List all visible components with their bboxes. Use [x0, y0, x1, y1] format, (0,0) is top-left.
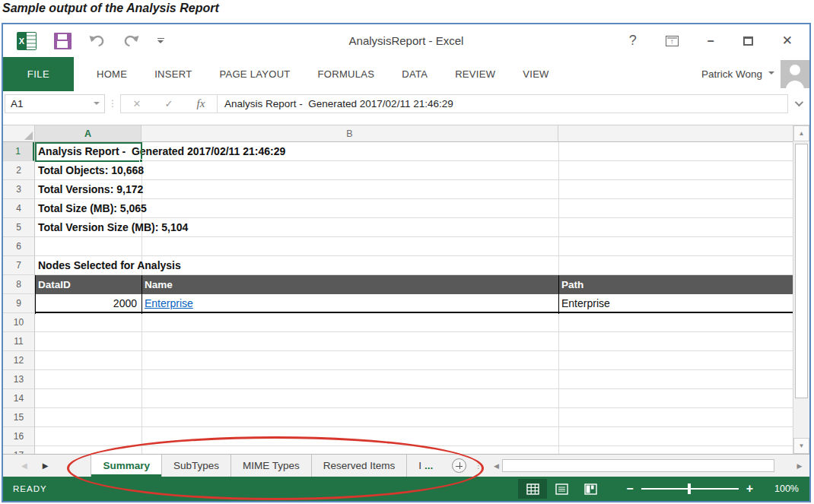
- row-header-16[interactable]: 16: [3, 427, 34, 446]
- tab-insert[interactable]: INSERT: [141, 57, 205, 91]
- ribbon-display-options-icon[interactable]: ↑: [666, 36, 679, 46]
- scroll-down-icon[interactable]: ▼: [793, 438, 809, 454]
- horizontal-scrollbar[interactable]: ◀ ▶: [490, 458, 806, 473]
- row-header-7[interactable]: 7: [3, 256, 34, 275]
- save-icon[interactable]: [54, 33, 72, 49]
- page-caption: Sample output of the Analysis Report: [2, 2, 219, 15]
- column-headers: A B: [3, 125, 809, 142]
- excel-logo-icon[interactable]: X: [17, 32, 37, 50]
- tab-file[interactable]: FILE: [3, 57, 74, 91]
- select-all-corner[interactable]: [3, 125, 35, 141]
- scroll-left-icon[interactable]: ◀: [490, 462, 502, 470]
- cell-a3[interactable]: Total Versions: 9,172: [38, 180, 143, 199]
- cancel-icon[interactable]: ✕: [133, 98, 141, 109]
- formula-input[interactable]: Analysis Report - Generated 2017/02/11 2…: [218, 94, 788, 113]
- cell-a7[interactable]: Nodes Selected for Analysis: [38, 256, 181, 275]
- tab-subtypes[interactable]: SubTypes: [162, 455, 231, 477]
- name-box[interactable]: A1: [5, 94, 105, 113]
- tab-bar-divider: ⋮: [474, 461, 482, 471]
- row-header-17[interactable]: 17: [3, 446, 34, 454]
- vertical-scrollbar[interactable]: ▲ ▼: [793, 125, 809, 454]
- expand-formula-bar-icon[interactable]: [788, 100, 808, 106]
- vertical-scrollbar-thumb[interactable]: [795, 144, 808, 398]
- column-header-a[interactable]: A: [35, 125, 141, 141]
- tab-summary[interactable]: Summary: [91, 455, 162, 477]
- row-header-4[interactable]: 4: [3, 199, 34, 218]
- cell-a2[interactable]: Total Objects: 10,668: [38, 161, 144, 180]
- status-bar-right: − + 100%: [518, 479, 809, 499]
- row-header-8[interactable]: 8: [3, 275, 34, 294]
- formula-bar-divider: ⋮: [105, 98, 120, 109]
- close-button[interactable]: ✕: [782, 33, 793, 49]
- zoom-level[interactable]: 100%: [770, 483, 799, 494]
- title-bar: X AnalysisReport - Excel ? ↑: [3, 24, 809, 57]
- formula-bar-gap: [3, 116, 809, 125]
- row-header-1[interactable]: 1: [3, 142, 34, 161]
- account-area[interactable]: Patrick Wong: [701, 60, 809, 88]
- cells-area[interactable]: 1234567891011121314151617 Analysis Repor…: [3, 142, 793, 454]
- cell-name-link[interactable]: Enterprise: [145, 294, 193, 312]
- horizontal-scrollbar-thumb[interactable]: [502, 459, 774, 472]
- customize-qat-icon[interactable]: [157, 38, 164, 43]
- tab-truncated[interactable]: I ...: [406, 455, 444, 477]
- row-header-2[interactable]: 2: [3, 161, 34, 180]
- scroll-right-icon[interactable]: ▶: [793, 462, 806, 470]
- column-header-b[interactable]: B: [141, 125, 558, 141]
- cell-a4[interactable]: Total Size (MB): 5,065: [38, 199, 147, 218]
- row-header-6[interactable]: 6: [3, 237, 34, 256]
- cell-a5[interactable]: Total Version Size (MB): 5,104: [38, 218, 188, 237]
- tab-formulas[interactable]: FORMULAS: [304, 57, 389, 91]
- next-sheet-icon[interactable]: ▶: [43, 461, 49, 470]
- insert-function-icon[interactable]: fx: [197, 97, 205, 110]
- row-header-5[interactable]: 5: [3, 218, 34, 237]
- zoom-out-button[interactable]: −: [618, 482, 641, 496]
- cell-path[interactable]: Enterprise: [561, 294, 610, 312]
- sheet-tabs: Summary SubTypes MIME Types Reserved Ite…: [91, 455, 444, 477]
- tab-view[interactable]: VIEW: [509, 57, 562, 91]
- scroll-up-icon[interactable]: ▲: [793, 125, 809, 141]
- column-header-c[interactable]: [558, 125, 794, 141]
- redo-icon[interactable]: [122, 33, 140, 48]
- help-button[interactable]: ?: [629, 33, 637, 49]
- page-break-preview-icon[interactable]: [576, 479, 605, 499]
- zoom-in-button[interactable]: +: [739, 482, 761, 496]
- normal-view-icon[interactable]: [518, 479, 547, 499]
- enter-icon[interactable]: ✓: [165, 98, 173, 109]
- minimize-button[interactable]: –: [707, 34, 714, 48]
- table-header-dataid[interactable]: DataID: [38, 275, 71, 294]
- maximize-button[interactable]: [743, 36, 753, 46]
- tab-home[interactable]: HOME: [83, 57, 141, 91]
- prev-sheet-icon[interactable]: ◀: [21, 461, 27, 470]
- user-name: Patrick Wong: [701, 68, 762, 80]
- new-sheet-icon[interactable]: [452, 458, 466, 473]
- table-border-left: [35, 275, 36, 314]
- zoom-slider[interactable]: [641, 488, 739, 490]
- row-header-12[interactable]: 12: [3, 351, 34, 370]
- undo-icon[interactable]: [88, 33, 106, 48]
- cell-reference: A1: [11, 98, 24, 109]
- avatar[interactable]: [781, 60, 809, 88]
- row-header-10[interactable]: 10: [3, 313, 34, 332]
- table-border-a-b: [141, 275, 142, 314]
- table-header-row: DataID Name Path: [35, 275, 793, 294]
- row-header-11[interactable]: 11: [3, 332, 34, 351]
- row-header-9[interactable]: 9: [3, 294, 34, 313]
- tab-mime-types[interactable]: MIME Types: [231, 455, 311, 477]
- table-header-name[interactable]: Name: [145, 275, 173, 294]
- select-all-triangle-icon: [24, 132, 33, 140]
- name-box-dropdown-icon[interactable]: [94, 102, 100, 105]
- cell-dataid[interactable]: 2000: [35, 294, 137, 312]
- tab-data[interactable]: DATA: [388, 57, 441, 91]
- page-layout-view-icon[interactable]: [547, 479, 576, 499]
- table-header-path[interactable]: Path: [561, 275, 583, 294]
- cell-a1[interactable]: Analysis Report - Generated 2017/02/11 2…: [38, 142, 285, 161]
- zoom-slider-thumb[interactable]: [688, 483, 691, 494]
- tab-review[interactable]: REVIEW: [441, 57, 509, 91]
- row-header-14[interactable]: 14: [3, 389, 34, 408]
- tab-reserved-items[interactable]: Reserved Items: [311, 455, 407, 477]
- row-header-13[interactable]: 13: [3, 370, 34, 389]
- row-header-15[interactable]: 15: [3, 408, 34, 427]
- row-header-3[interactable]: 3: [3, 180, 34, 199]
- tab-page-layout[interactable]: PAGE LAYOUT: [205, 57, 304, 91]
- window-controls: ? ↑ – ✕: [629, 33, 809, 49]
